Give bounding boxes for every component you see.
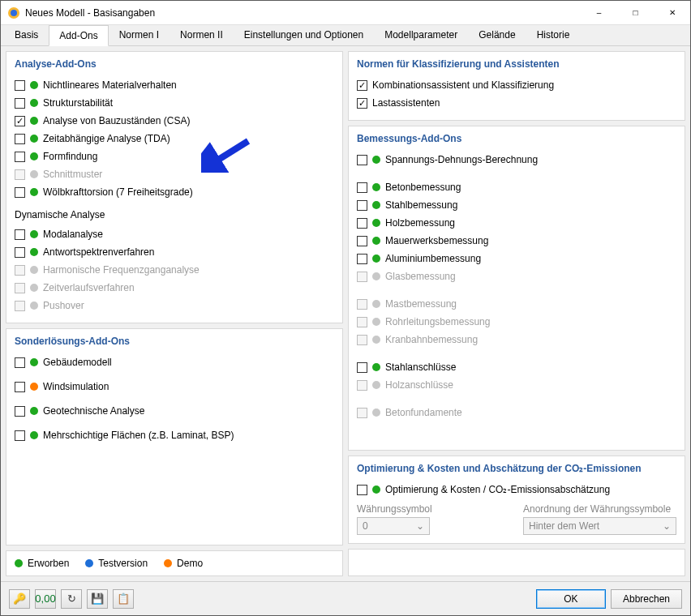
tool-save-icon[interactable]: 💾: [87, 589, 108, 609]
checkbox-optimierung[interactable]: [357, 485, 367, 495]
option-label: Stahlbemessung: [385, 199, 457, 211]
checkbox[interactable]: [15, 134, 25, 144]
tab-bar: BasisAdd-OnsNormen INormen IIEinstellung…: [1, 25, 690, 46]
status-dot: [372, 381, 380, 389]
tool-refresh-icon[interactable]: ↻: [61, 589, 82, 609]
option-label: Gebäudemodell: [43, 357, 112, 368]
window-title: Neues Modell - Basisangaben: [25, 7, 581, 19]
panel-title: Normen für Klassifizierung und Assistent…: [357, 58, 676, 70]
option-label: Geotechnische Analyse: [43, 405, 144, 417]
legend-label: Demo: [177, 558, 203, 569]
option-label: Kombinationsassistent und Klassifizierun…: [372, 79, 554, 91]
option-label: Schnittmuster: [43, 169, 102, 180]
status-dot: [372, 255, 380, 263]
option-label: Antwortspektrenverfahren: [43, 246, 154, 258]
panel-empty: [348, 549, 685, 576]
status-dot: [30, 117, 38, 125]
arrangement-value: Hinter dem Wert: [529, 520, 599, 532]
minimize-button[interactable]: –: [581, 1, 617, 24]
option-label: Kranbahnbemessung: [385, 334, 478, 345]
arrangement-label: Anordnung der Währungssymbole: [523, 503, 676, 515]
panel-normen: Normen für Klassifizierung und Assistent…: [348, 51, 685, 121]
panel-bemessung: Bemessungs-Add-Ons Spannungs-Dehnungs-Be…: [348, 126, 685, 451]
checkbox[interactable]: [15, 229, 25, 240]
status-dot: [30, 302, 38, 310]
panel-analyse-addons: Analyse-Add-Ons Nichtlineares Materialve…: [6, 51, 343, 323]
checkbox: [357, 299, 367, 310]
checkbox[interactable]: [357, 254, 367, 264]
panel-title: Optimierung & Kosten und Abschätzung der…: [357, 463, 676, 474]
checkbox[interactable]: [15, 98, 25, 109]
currency-value: 0: [363, 520, 368, 532]
option-label: Harmonische Frequenzganganalyse: [43, 264, 200, 276]
status-dot: [30, 188, 38, 196]
chevron-down-icon: ⌄: [663, 520, 671, 532]
option-label: Stahlanschlüsse: [385, 361, 456, 373]
checkbox[interactable]: [15, 187, 25, 198]
checkbox[interactable]: [15, 382, 25, 392]
footer: 🔑 0,00 ↻ 💾 📋 OK Abbrechen: [1, 581, 690, 615]
option-label: Aluminiumbemessung: [385, 253, 481, 264]
tab-normen-ii[interactable]: Normen II: [170, 24, 234, 45]
tab-add-ons[interactable]: Add-Ons: [49, 25, 108, 46]
tab-gel-nde[interactable]: Gelände: [468, 24, 526, 45]
checkbox[interactable]: [15, 430, 25, 441]
status-dot: [30, 407, 38, 415]
checkbox[interactable]: [15, 357, 25, 368]
ok-button[interactable]: OK: [536, 589, 606, 609]
status-dot: [30, 170, 38, 178]
legend-label: Testversion: [98, 558, 148, 569]
checkbox[interactable]: [15, 80, 25, 91]
tab-modellparameter[interactable]: Modellparameter: [374, 24, 468, 45]
option-label: Strukturstabilität: [43, 97, 113, 109]
checkbox[interactable]: [15, 406, 25, 417]
status-dot: [30, 266, 38, 274]
status-dot: [30, 99, 38, 107]
option-label: Betonfundamente: [385, 407, 462, 418]
option-label: Glasbemessung: [385, 271, 456, 282]
status-dot: [372, 486, 380, 494]
checkbox[interactable]: [357, 155, 367, 165]
tab-einstellungen-und-optionen[interactable]: Einstellungen und Optionen: [234, 24, 374, 45]
tab-normen-i[interactable]: Normen I: [109, 24, 170, 45]
cancel-button[interactable]: Abbrechen: [611, 589, 682, 609]
status-dot: [30, 81, 38, 89]
status-dot: [372, 237, 380, 245]
checkbox[interactable]: [15, 247, 25, 258]
arrangement-dropdown[interactable]: Hinter dem Wert⌄: [523, 517, 676, 535]
checkbox[interactable]: [357, 218, 367, 229]
panel-optimierung: Optimierung & Kosten und Abschätzung der…: [348, 456, 685, 544]
status-dot: [30, 284, 38, 292]
tab-basis[interactable]: Basis: [4, 24, 49, 45]
checkbox: [357, 408, 367, 418]
tool-copy-icon[interactable]: 📋: [113, 589, 134, 609]
checkbox[interactable]: [357, 98, 367, 109]
status-dot: [372, 318, 380, 326]
close-button[interactable]: ✕: [654, 1, 690, 24]
maximize-button[interactable]: □: [617, 1, 654, 24]
checkbox[interactable]: [357, 80, 367, 91]
right-column: Normen für Klassifizierung und Assistent…: [348, 51, 685, 576]
tab-historie[interactable]: Historie: [526, 24, 581, 45]
checkbox: [357, 272, 367, 282]
checkbox: [357, 317, 367, 327]
currency-dropdown[interactable]: 0⌄: [357, 517, 430, 535]
option-label: Analyse von Bauzuständen (CSA): [43, 115, 190, 126]
status-dot: [30, 383, 38, 391]
checkbox[interactable]: [357, 200, 367, 211]
option-label: Modalanalyse: [43, 229, 103, 240]
option-label: Mauerwerksbemessung: [385, 235, 488, 246]
tool-key-icon[interactable]: 🔑: [9, 589, 30, 609]
status-dot: [372, 336, 380, 344]
checkbox[interactable]: [357, 236, 367, 246]
option-label: Pushover: [43, 300, 84, 311]
option-label: Zeitverlaufsverfahren: [43, 282, 135, 293]
checkbox[interactable]: [15, 116, 25, 126]
status-dot: [30, 152, 38, 160]
checkbox[interactable]: [357, 362, 367, 373]
label-optimierung: Optimierung & Kosten / CO₂-Emissionsabsc…: [385, 484, 610, 495]
tool-units-icon[interactable]: 0,00: [35, 589, 56, 609]
checkbox[interactable]: [357, 182, 367, 193]
option-label: Rohrleitungsbemessung: [385, 316, 490, 327]
checkbox[interactable]: [15, 152, 25, 162]
